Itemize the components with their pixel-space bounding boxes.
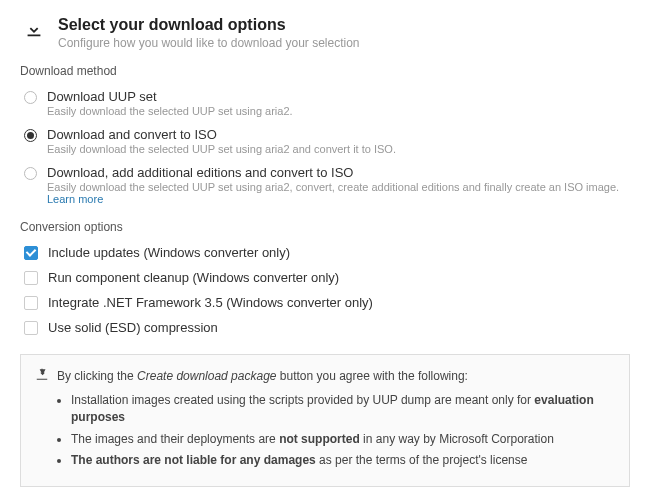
radio-icon: [24, 129, 37, 142]
conversion-option-updates[interactable]: Include updates (Windows converter only): [20, 240, 630, 265]
page-subtitle: Configure how you would like to download…: [58, 36, 360, 50]
scale-icon: [35, 367, 49, 384]
agreement-notice: By clicking the Create download package …: [20, 354, 630, 487]
notice-bullet-1: Installation images created using the sc…: [71, 392, 615, 427]
download-method-option-iso[interactable]: Download and convert to ISO Easily downl…: [20, 122, 630, 160]
option-title: Include updates (Windows converter only): [48, 245, 290, 260]
option-desc: Easily download the selected UUP set usi…: [47, 181, 630, 205]
checkbox-icon: [24, 321, 38, 335]
checkbox-icon: [24, 271, 38, 285]
page-title: Select your download options: [58, 16, 360, 34]
notice-intro: By clicking the Create download package …: [57, 369, 468, 383]
option-title: Download, add additional editions and co…: [47, 165, 630, 180]
notice-bullet-2: The images and their deployments are not…: [71, 431, 615, 448]
option-title: Integrate .NET Framework 3.5 (Windows co…: [48, 295, 373, 310]
download-method-option-uup[interactable]: Download UUP set Easily download the sel…: [20, 84, 630, 122]
conversion-option-esd[interactable]: Use solid (ESD) compression: [20, 315, 630, 340]
radio-icon: [24, 91, 37, 104]
conversion-option-dotnet[interactable]: Integrate .NET Framework 3.5 (Windows co…: [20, 290, 630, 315]
option-desc: Easily download the selected UUP set usi…: [47, 105, 293, 117]
checkbox-icon: [24, 246, 38, 260]
page-header: Select your download options Configure h…: [20, 16, 630, 50]
notice-bullet-3: The authors are not liable for any damag…: [71, 452, 615, 469]
conversion-option-cleanup[interactable]: Run component cleanup (Windows converter…: [20, 265, 630, 290]
download-method-option-editions[interactable]: Download, add additional editions and co…: [20, 160, 630, 210]
radio-icon: [24, 167, 37, 180]
conversion-options-label: Conversion options: [20, 220, 630, 234]
option-title: Use solid (ESD) compression: [48, 320, 218, 335]
option-title: Run component cleanup (Windows converter…: [48, 270, 339, 285]
option-title: Download UUP set: [47, 89, 293, 104]
option-title: Download and convert to ISO: [47, 127, 396, 142]
option-desc: Easily download the selected UUP set usi…: [47, 143, 396, 155]
checkbox-icon: [24, 296, 38, 310]
download-icon: [20, 16, 48, 40]
learn-more-link[interactable]: Learn more: [47, 193, 103, 205]
download-method-label: Download method: [20, 64, 630, 78]
